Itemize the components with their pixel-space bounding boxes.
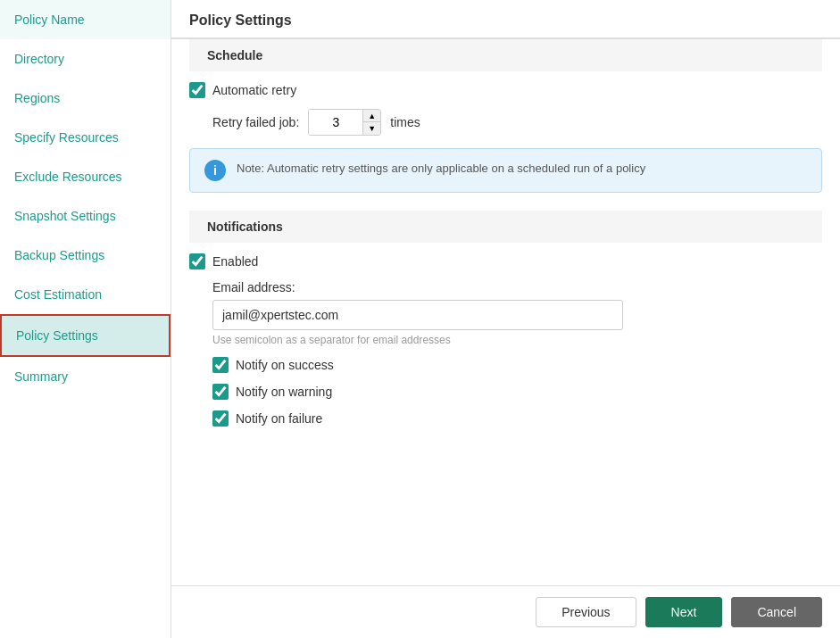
schedule-section: Schedule Automatic retry Retry failed jo… — [189, 39, 822, 193]
notify-failure-row: Notify on failure — [212, 410, 822, 427]
automatic-retry-row: Automatic retry — [189, 82, 822, 98]
sidebar-item-snapshot-settings[interactable]: Snapshot Settings — [0, 196, 170, 236]
automatic-retry-checkbox[interactable] — [189, 82, 205, 98]
sidebar-item-exclude-resources[interactable]: Exclude Resources — [0, 157, 170, 196]
notifications-section-header: Notifications — [189, 211, 822, 243]
schedule-section-header: Schedule — [189, 39, 822, 71]
notify-failure-checkbox[interactable] — [212, 410, 229, 427]
notify-warning-row: Notify on warning — [212, 384, 822, 400]
enabled-checkbox[interactable] — [189, 253, 205, 269]
spinner-buttons: ▲ ▼ — [362, 110, 380, 135]
enabled-row: Enabled — [189, 253, 822, 269]
notify-warning-label[interactable]: Notify on warning — [236, 385, 332, 399]
notify-success-row: Notify on success — [212, 357, 822, 373]
sidebar-item-cost-estimation[interactable]: Cost Estimation — [0, 275, 170, 314]
info-icon: i — [204, 160, 226, 181]
sidebar-item-regions[interactable]: Regions — [0, 79, 170, 118]
footer: Previous Next Cancel — [171, 585, 840, 638]
notify-success-checkbox[interactable] — [212, 357, 229, 373]
email-address-label: Email address: — [212, 280, 822, 294]
main-layout: Policy Name Directory Regions Specify Re… — [0, 0, 840, 638]
sidebar-item-policy-settings[interactable]: Policy Settings — [0, 314, 170, 357]
notify-success-label[interactable]: Notify on success — [236, 358, 334, 372]
retry-failed-job-label: Retry failed job: — [212, 115, 299, 129]
content-area: Policy Settings Schedule Automatic retry… — [171, 0, 840, 638]
retry-times-label: times — [390, 115, 420, 129]
sidebar: Policy Name Directory Regions Specify Re… — [0, 0, 171, 638]
content-inner: Policy Settings Schedule Automatic retry… — [171, 0, 840, 585]
spinner-down-button[interactable]: ▼ — [362, 122, 380, 135]
notify-failure-label[interactable]: Notify on failure — [236, 411, 322, 426]
retry-value-input[interactable] — [309, 110, 362, 135]
notifications-section: Notifications Enabled Email address: Use… — [189, 211, 822, 427]
info-note-text: Note: Automatic retry settings are only … — [237, 160, 645, 178]
sidebar-item-backup-settings[interactable]: Backup Settings — [0, 236, 170, 275]
notify-options: Notify on success Notify on warning Noti… — [212, 357, 822, 427]
notify-warning-checkbox[interactable] — [212, 384, 229, 400]
sidebar-item-summary[interactable]: Summary — [0, 357, 170, 396]
sidebar-item-directory[interactable]: Directory — [0, 39, 170, 79]
retry-spinner: ▲ ▼ — [308, 109, 381, 136]
sidebar-item-policy-name[interactable]: Policy Name — [0, 0, 170, 39]
automatic-retry-label[interactable]: Automatic retry — [212, 83, 296, 97]
info-note: i Note: Automatic retry settings are onl… — [189, 148, 822, 193]
content-body: Schedule Automatic retry Retry failed jo… — [171, 39, 840, 462]
enabled-label[interactable]: Enabled — [212, 254, 258, 269]
spinner-up-button[interactable]: ▲ — [362, 110, 380, 122]
page-title: Policy Settings — [171, 0, 840, 38]
email-address-input[interactable] — [212, 300, 623, 330]
next-button[interactable]: Next — [645, 597, 723, 627]
previous-button[interactable]: Previous — [536, 597, 636, 627]
email-hint-text: Use semicolon as a separator for email a… — [212, 334, 822, 346]
cancel-button[interactable]: Cancel — [731, 597, 822, 627]
retry-failed-job-row: Retry failed job: ▲ ▼ times — [212, 109, 822, 136]
sidebar-item-specify-resources[interactable]: Specify Resources — [0, 118, 170, 157]
